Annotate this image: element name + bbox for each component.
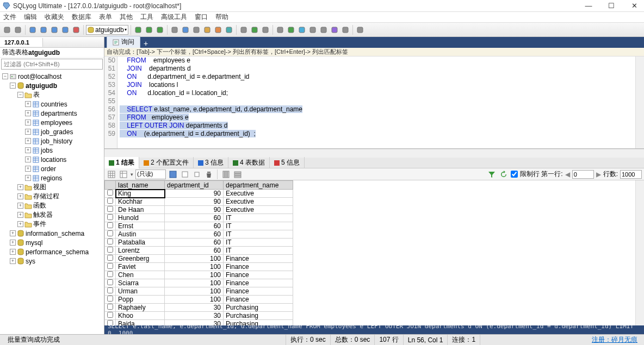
filter-input[interactable] bbox=[1, 59, 103, 70]
tree-node-performance_schema[interactable]: +performance_schema bbox=[0, 247, 104, 256]
expand-icon[interactable]: + bbox=[17, 221, 23, 227]
cell[interactable]: 30 bbox=[165, 304, 224, 312]
cell[interactable]: Greenberg bbox=[116, 255, 165, 263]
expand-icon[interactable]: + bbox=[17, 184, 23, 190]
cell[interactable]: Faviet bbox=[116, 263, 165, 271]
row-checkbox[interactable] bbox=[107, 255, 113, 261]
cell[interactable]: 90 bbox=[165, 198, 224, 206]
first-row-input[interactable] bbox=[572, 170, 594, 179]
close-button[interactable]: ✕ bbox=[627, 2, 642, 10]
cell[interactable]: 90 bbox=[165, 190, 224, 198]
cell[interactable]: Finance bbox=[224, 255, 293, 263]
grid-scrollbar-v[interactable] bbox=[635, 180, 644, 325]
open-icon[interactable] bbox=[13, 25, 23, 35]
cell[interactable]: Finance bbox=[224, 279, 293, 287]
row-checkbox[interactable] bbox=[107, 214, 113, 220]
table-row[interactable]: Urman100Finance bbox=[105, 287, 293, 296]
row-checkbox[interactable] bbox=[107, 239, 113, 244]
result-tab-1 结果[interactable]: 1 结果 bbox=[104, 157, 139, 168]
table-row[interactable]: Ernst60IT bbox=[105, 222, 293, 230]
table-row[interactable]: Hunold60IT bbox=[105, 214, 293, 222]
globe-users-icon[interactable] bbox=[60, 25, 70, 35]
tree-node-存储过程[interactable]: +存储过程 bbox=[0, 192, 104, 201]
db-green-icon[interactable] bbox=[286, 25, 296, 35]
add-query-tab-button[interactable]: + bbox=[140, 39, 151, 48]
table-row[interactable]: Kochhar90Executive bbox=[105, 198, 293, 206]
cell[interactable]: Sciarra bbox=[116, 279, 165, 287]
expand-icon[interactable]: + bbox=[10, 249, 16, 255]
expand-icon[interactable]: + bbox=[25, 101, 31, 107]
cell[interactable]: 30 bbox=[165, 312, 224, 320]
refresh-result-icon[interactable] bbox=[499, 170, 509, 179]
export-icon[interactable] bbox=[180, 170, 190, 179]
menu-表单[interactable]: 表单 bbox=[99, 12, 112, 22]
menu-高级工具[interactable]: 高级工具 bbox=[161, 12, 187, 22]
db-purple-icon[interactable] bbox=[330, 25, 339, 35]
result-tab-4 表数据[interactable]: 4 表数据 bbox=[228, 157, 270, 168]
cell[interactable]: Baida bbox=[116, 320, 165, 326]
cell[interactable]: IT bbox=[224, 239, 293, 247]
table-row[interactable]: Chen100Finance bbox=[105, 271, 293, 279]
cell[interactable]: Purchasing bbox=[224, 304, 293, 312]
run-all-icon[interactable] bbox=[155, 25, 165, 35]
tree-node-mysql[interactable]: +mysql bbox=[0, 238, 104, 247]
limit-checkbox[interactable] bbox=[511, 171, 518, 178]
col-header[interactable]: last_name bbox=[116, 181, 165, 190]
export-sql-icon[interactable] bbox=[261, 25, 270, 35]
row-checkbox[interactable] bbox=[107, 271, 113, 277]
cell[interactable]: 100 bbox=[165, 263, 224, 271]
tree-node-视图[interactable]: +视图 bbox=[0, 183, 104, 192]
cell[interactable]: Urman bbox=[116, 287, 165, 296]
registration-link[interactable]: 注册：碎月无痕 bbox=[589, 335, 641, 344]
table-teal-icon[interactable] bbox=[224, 25, 234, 35]
connection-tab[interactable]: 127.0.0.1 bbox=[0, 38, 43, 47]
tree-node-job_grades[interactable]: +job_grades bbox=[0, 127, 104, 136]
sql-editor[interactable]: 50515253545556575859 FROM employees e JO… bbox=[104, 57, 644, 149]
expand-icon[interactable]: + bbox=[25, 138, 31, 144]
tree-node-regions[interactable]: +regions bbox=[0, 173, 104, 183]
tree-node-触发器[interactable]: +触发器 bbox=[0, 210, 104, 219]
cell[interactable]: 100 bbox=[165, 296, 224, 304]
table-add-icon[interactable] bbox=[191, 25, 201, 35]
cell[interactable]: Raphaely bbox=[116, 304, 165, 312]
refresh-icon[interactable] bbox=[133, 25, 143, 35]
cell[interactable]: Finance bbox=[224, 287, 293, 296]
expand-icon[interactable]: + bbox=[17, 193, 23, 199]
table-row[interactable]: Raphaely30Purchasing bbox=[105, 304, 293, 312]
cell[interactable]: IT bbox=[224, 247, 293, 255]
expand-icon[interactable]: + bbox=[10, 240, 16, 246]
row-checkbox[interactable] bbox=[107, 247, 113, 253]
expand-icon[interactable]: + bbox=[25, 175, 31, 181]
cell[interactable]: Purchasing bbox=[224, 312, 293, 320]
globe-blue-icon[interactable] bbox=[28, 25, 38, 35]
cell[interactable]: 30 bbox=[165, 320, 224, 326]
cell[interactable]: De Haan bbox=[116, 206, 165, 214]
expand-icon[interactable]: + bbox=[25, 166, 31, 172]
table-orange-icon[interactable] bbox=[213, 25, 223, 35]
new-icon[interactable] bbox=[2, 25, 12, 35]
menu-数据库[interactable]: 数据库 bbox=[72, 12, 91, 22]
first-prev-icon[interactable]: ◀ bbox=[565, 171, 570, 178]
save-icon[interactable] bbox=[168, 170, 178, 179]
row-checkbox[interactable] bbox=[107, 287, 113, 293]
cell[interactable]: Finance bbox=[224, 263, 293, 271]
cell[interactable]: Hunold bbox=[116, 214, 165, 222]
result-grid[interactable]: last_namedepartment_iddepartment_nameKin… bbox=[104, 180, 293, 325]
db-stack-icon[interactable] bbox=[340, 25, 350, 35]
maximize-button[interactable]: ☐ bbox=[604, 2, 619, 10]
rows-input[interactable] bbox=[620, 170, 642, 179]
col-icon[interactable] bbox=[221, 170, 231, 179]
expand-icon[interactable]: − bbox=[10, 83, 16, 89]
tree-node-事件[interactable]: +事件 bbox=[0, 219, 104, 229]
menu-其他[interactable]: 其他 bbox=[120, 12, 133, 22]
cell[interactable]: Khoo bbox=[116, 312, 165, 320]
table-row[interactable]: Faviet100Finance bbox=[105, 263, 293, 271]
cell[interactable]: 90 bbox=[165, 206, 224, 214]
expand-icon[interactable]: − bbox=[2, 73, 8, 79]
export-green-icon[interactable] bbox=[250, 25, 259, 35]
row-checkbox[interactable] bbox=[107, 312, 113, 318]
expand-icon[interactable]: + bbox=[25, 120, 31, 126]
col-header[interactable]: department_id bbox=[165, 181, 224, 190]
expand-icon[interactable]: − bbox=[17, 92, 23, 98]
table-row[interactable]: King90Executive bbox=[105, 190, 293, 198]
